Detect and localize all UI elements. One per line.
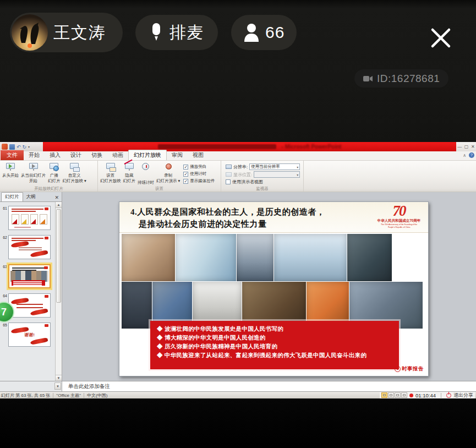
video-camera-icon	[363, 75, 373, 82]
notes-row-left: ▼	[0, 381, 62, 391]
help-icon[interactable]: ?	[469, 152, 474, 158]
streamer-pill[interactable]: 王文涛	[10, 13, 123, 52]
statusbar-right: 01:10:44 退出分享	[380, 392, 475, 398]
bullet-item: ◆ 历久弥新的中华民族精神是中国人民培育的	[157, 342, 387, 351]
window-title: - Microsoft PowerPoint	[282, 144, 342, 150]
ribbon-tab-0[interactable]: 文件	[1, 150, 24, 160]
mic-queue-button[interactable]: 排麦	[135, 15, 218, 50]
exit-share-button[interactable]: 退出分享	[453, 392, 473, 399]
slide-position-status: 幻灯片 第 63 张, 共 65 张	[1, 392, 50, 398]
from-current-slide-button[interactable]: 从当前幻灯片 开始	[20, 162, 47, 186]
mini-70-logo	[45, 207, 48, 210]
window-close-icon[interactable]: ✕	[471, 145, 475, 149]
slide-thumbnail-row: 63	[0, 264, 62, 288]
show-on-dropdown: ▾	[254, 171, 300, 178]
maximize-icon[interactable]: ▢	[464, 145, 469, 149]
scrollbar-thumb[interactable]	[56, 209, 61, 303]
reading-view-button[interactable]	[395, 392, 401, 398]
medical-staff-photo	[176, 234, 237, 281]
rehearse-timings-button[interactable]: 排练计时	[136, 162, 155, 186]
ribbon-tab-1[interactable]: 开始	[24, 150, 45, 160]
close-stream-button[interactable]	[426, 23, 456, 53]
streamer-avatar[interactable]	[12, 14, 48, 51]
record-slideshow-button[interactable]: 录制 幻灯片演示 ▾	[155, 162, 181, 186]
qat-dropdown-icon[interactable]: ▾	[28, 145, 30, 149]
broadcast-slideshow-button[interactable]: 广播 幻灯片	[47, 162, 62, 186]
ribbon-tab-3[interactable]: 设计	[65, 150, 86, 160]
publisher-logo: 时事报告	[395, 365, 424, 373]
slide-thumbnail-62[interactable]	[8, 235, 51, 259]
group-label-start-slideshow: 开始放映幻灯片	[0, 186, 97, 192]
slide-editor-area: 4.人民群众是国家和社会的主人，是历史的创造者， 是推动社会历史前进的决定性力量…	[62, 192, 476, 381]
bottom-black-area	[0, 398, 476, 448]
slide-number: 63	[0, 264, 8, 288]
collapse-ribbon-icon[interactable]: ∧	[463, 153, 466, 158]
splitter-down-icon[interactable]: ▼	[54, 383, 61, 390]
viewer-count-button[interactable]: 66	[231, 15, 297, 50]
scroll-up-icon[interactable]: ▲	[56, 202, 62, 208]
stream-id: ID:16278681	[377, 73, 440, 85]
slide-canvas[interactable]: 4.人民群众是国家和社会的主人，是历史的创造者， 是推动社会历史前进的决定性力量…	[119, 201, 429, 376]
stream-id-pill: ID:16278681	[354, 69, 448, 88]
checked-checkbox-icon: ✓	[183, 179, 188, 184]
slideshow-view-button[interactable]	[401, 392, 407, 398]
slide-thumbnail-61[interactable]	[8, 206, 51, 230]
resolution-dropdown[interactable]: 使用当前分辨率▾	[249, 163, 300, 170]
from-beginning-button[interactable]: 从头开始	[1, 162, 20, 186]
ribbon-group-start-slideshow: 从头开始 从当前幻灯片 开始 广播 幻灯片 自定义 幻灯片放映 ▾ 开始	[0, 161, 98, 192]
theme-status: "Office 主题"	[56, 392, 81, 398]
notes-input[interactable]: 单击此处添加备注	[62, 381, 476, 391]
checkbox-label: 显示媒体控件	[190, 178, 215, 184]
hide-slide-button[interactable]: 隐藏 幻灯片	[122, 162, 137, 186]
slide-thumbnail-row: 65谢谢!	[0, 323, 62, 347]
slideshow-options-checkboxes: ✓播放旁白✓使用计时✓显示媒体控件	[181, 162, 216, 184]
recording-indicator-icon	[409, 394, 413, 397]
checkbox-row[interactable]: ✓使用计时	[183, 171, 215, 177]
normal-view-button[interactable]	[381, 392, 387, 398]
slide-thumbnail-row: 61	[0, 206, 62, 230]
bullet-item: ◆ 博大精深的中华文明是中国人民创造的	[157, 334, 387, 342]
slide-number: 62	[0, 235, 8, 259]
save-icon[interactable]	[9, 144, 15, 150]
tab-slides[interactable]: 幻灯片	[1, 192, 23, 201]
view-buttons	[381, 392, 407, 398]
powerpoint-logo-icon[interactable]	[2, 144, 8, 150]
setup-slideshow-button[interactable]: 设置 幻灯片放映	[99, 162, 122, 186]
redo-icon[interactable]: ↻	[23, 144, 27, 150]
slide-thumbnail-64[interactable]	[8, 293, 51, 318]
slides-panel-scrollbar[interactable]: ▲ ▼	[55, 202, 62, 381]
slide-thumbnail-row: 62	[0, 235, 62, 259]
ribbon-tab-2[interactable]: 插入	[45, 150, 65, 160]
slides-panel-tabs: 幻灯片 大纲 ✕	[0, 192, 62, 202]
ribbon-tab-8[interactable]: 视图	[188, 150, 209, 160]
slide-number: 65	[0, 323, 8, 347]
close-panel-icon[interactable]: ✕	[54, 195, 62, 201]
show-on-label: 显示位置:	[233, 172, 252, 178]
checkbox-row[interactable]: ✓播放旁白	[183, 164, 215, 170]
children-group-photo	[122, 234, 175, 281]
custom-slideshow-button[interactable]: 自定义 幻灯片放映 ▾	[62, 162, 87, 186]
powerpoint-window: ↶ ↻ ▾ - Microsoft PowerPoint — ▢ ✕ 文件开始插…	[0, 142, 476, 398]
ribbon-empty-area	[304, 161, 476, 192]
ribbon-tab-4[interactable]: 切换	[86, 150, 107, 160]
language-status[interactable]: 中文(中国)	[87, 392, 107, 398]
ribbon-tab-5[interactable]: 动画	[107, 150, 128, 160]
ribbon-tab-7[interactable]: 审阅	[167, 150, 188, 160]
slide-thumbnail-63[interactable]	[8, 264, 51, 288]
mini-70-logo	[45, 295, 48, 298]
slide-thumbnail-65[interactable]: 谢谢!	[8, 323, 51, 347]
checkbox-row[interactable]: ✓显示媒体控件	[183, 178, 215, 184]
scroll-down-icon[interactable]: ▼	[56, 375, 62, 381]
minimize-icon[interactable]: —	[457, 145, 462, 149]
undo-icon[interactable]: ↶	[17, 144, 21, 150]
titlebar-redacted-text	[158, 144, 276, 149]
mini-70-logo	[44, 266, 48, 269]
group-label-setup: 设置	[98, 186, 221, 192]
presenter-view-checkbox[interactable]: 使用演示者视图	[226, 179, 300, 185]
stream-app-topbar: 王文涛 排麦 66	[0, 0, 476, 142]
mic-queue-label: 排麦	[169, 21, 204, 44]
notes-row: ▼ 单击此处添加备注	[0, 381, 476, 391]
tab-outline[interactable]: 大纲	[23, 193, 39, 201]
slide-sorter-view-button[interactable]	[388, 392, 394, 398]
ribbon-tab-6[interactable]: 幻灯片放映	[128, 150, 167, 160]
